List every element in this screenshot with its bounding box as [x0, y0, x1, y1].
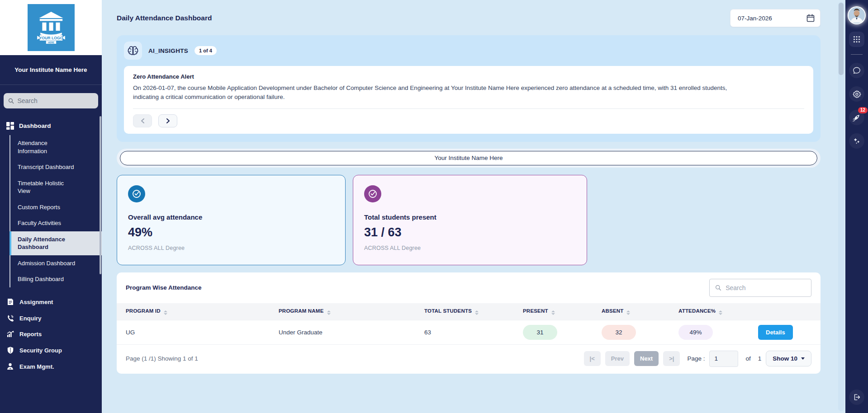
main-scrollbar[interactable] — [838, 2, 844, 411]
insight-prev-button[interactable] — [133, 114, 152, 127]
sidebar-item-admission-dashboard[interactable]: Admission Dashboard — [9, 255, 102, 272]
rocket-button[interactable]: 12 — [849, 110, 864, 125]
sidebar-item-faculty-activities[interactable]: Faculty Activities — [9, 215, 102, 231]
main-area: Daily Attendance Dashboard 07-Jan-2026 — [102, 0, 845, 413]
logout-icon — [853, 393, 861, 401]
right-toolbar: 12 — [845, 0, 868, 413]
sidebar-bottom-nav: Assignment Enquiry Reports Security Grou… — [0, 294, 102, 375]
left-sidebar: YOUR LOGO HERE Your Institute Name Here … — [0, 0, 102, 413]
ai-insights-panel: AI_INSIGHTS 1 of 4 Zero Attendance Alert… — [117, 35, 821, 142]
page-size-select[interactable]: Show 10 — [766, 351, 811, 366]
dashboard-grid-icon — [6, 122, 14, 130]
chevron-down-icon — [801, 357, 805, 360]
sidebar-item-timetable-holistic-view[interactable]: Timetable Holistic View — [9, 175, 102, 199]
sidebar-search-input[interactable] — [17, 97, 94, 104]
submenu-label: Admission Dashboard — [18, 259, 76, 268]
cell-program-name: Under Graduate — [270, 320, 415, 344]
prev-page-button[interactable]: Prev — [605, 351, 630, 366]
submenu-label: Attendance Information — [18, 139, 76, 155]
page-number-input[interactable] — [709, 351, 738, 367]
stat-cards-row: Overall avg attendance 49% ACROSS ALL De… — [117, 175, 821, 265]
sidebar-item-label: Reports — [19, 331, 42, 338]
ai-assist-button[interactable] — [849, 133, 864, 149]
sidebar-item-dashboard[interactable]: Dashboard — [0, 108, 102, 135]
sidebar-item-daily-attendance-dashboard[interactable]: Daily Attendance Dashboard — [9, 231, 102, 255]
sidebar-item-assignment[interactable]: Assignment — [0, 294, 102, 310]
dashboard-submenu: Attendance Information Transcript Dashbo… — [9, 135, 102, 287]
sidebar-item-billing-dashboard[interactable]: Billing Dashboard — [9, 271, 102, 287]
cell-total-students: 63 — [415, 320, 514, 344]
sidebar-item-security-group[interactable]: Security Group — [0, 342, 102, 358]
sidebar-item-enquiry[interactable]: Enquiry — [0, 310, 102, 326]
sidebar-search[interactable] — [4, 93, 98, 108]
sidebar-item-transcript-dashboard[interactable]: Transcript Dashboard — [9, 159, 102, 175]
institute-name: Your Institute Name Here — [0, 55, 102, 85]
column-header-present[interactable]: PRESENT — [514, 303, 593, 320]
settings-button[interactable] — [849, 86, 864, 102]
divider — [133, 108, 804, 109]
sort-icon — [551, 310, 555, 315]
column-label: ABSENT — [602, 308, 623, 314]
check-circle-icon — [364, 185, 381, 202]
sidebar-scrollbar[interactable] — [100, 116, 101, 274]
search-icon — [715, 284, 721, 291]
enquiry-icon — [6, 314, 14, 322]
stat-subtitle: ACROSS ALL Degree — [364, 245, 576, 251]
attendance-badge: 49% — [678, 325, 713, 340]
chat-button[interactable] — [849, 63, 864, 78]
ai-insights-title: AI_INSIGHTS — [148, 47, 188, 54]
sidebar-item-exam-mgmt[interactable]: Exam Mgmt. — [0, 358, 102, 375]
last-page-button[interactable]: >| — [663, 351, 680, 366]
logout-button[interactable] — [849, 390, 864, 405]
attendance-table: PROGRAM ID PROGRAM NAME TOTAL STUDENTS P… — [117, 303, 821, 344]
column-header-absent[interactable]: ABSENT — [593, 303, 669, 320]
date-picker[interactable]: 07-Jan-2026 — [730, 9, 821, 27]
of-label: of — [745, 355, 750, 362]
column-header-program-id[interactable]: PROGRAM ID — [117, 303, 270, 320]
first-page-button[interactable]: |< — [584, 351, 601, 366]
alert-body: On 2026-01-07, the course Mobile Applica… — [133, 84, 741, 102]
ai-insights-header: AI_INSIGHTS 1 of 4 — [124, 42, 813, 60]
total-pages: 1 — [758, 355, 762, 362]
column-header-total-students[interactable]: TOTAL STUDENTS — [415, 303, 514, 320]
column-label: PROGRAM NAME — [279, 308, 324, 314]
divider — [851, 54, 863, 55]
absent-badge: 32 — [602, 325, 636, 340]
calendar-icon — [806, 14, 815, 22]
logo-text-line2: HERE — [48, 41, 55, 44]
sidebar-item-label: Exam Mgmt. — [19, 363, 54, 370]
column-header-attendance-pct[interactable]: ATTEDANCE% — [669, 303, 749, 320]
table-search[interactable] — [709, 279, 811, 297]
sidebar-item-custom-reports[interactable]: Custom Reports — [9, 199, 102, 216]
stat-subtitle: ACROSS ALL Degree — [128, 245, 334, 251]
apps-grid-button[interactable] — [849, 32, 864, 47]
sort-icon — [327, 310, 331, 315]
gear-icon — [853, 90, 861, 99]
logo-container: YOUR LOGO HERE — [0, 0, 102, 55]
user-avatar[interactable] — [849, 7, 865, 23]
next-page-button[interactable]: Next — [634, 351, 659, 366]
submenu-label: Daily Attendance Dashboard — [18, 235, 76, 251]
sidebar-item-attendance-information[interactable]: Attendance Information — [9, 135, 102, 159]
table-search-input[interactable] — [726, 284, 806, 291]
assignment-icon — [6, 298, 14, 305]
column-header-program-name[interactable]: PROGRAM NAME — [270, 303, 415, 320]
apps-grid-icon — [853, 36, 860, 43]
page-label: Page : — [687, 355, 705, 362]
details-button[interactable]: Details — [758, 325, 793, 340]
sidebar-item-label: Enquiry — [19, 315, 41, 322]
check-circle-icon — [128, 185, 145, 202]
insight-next-button[interactable] — [158, 114, 177, 127]
search-icon — [8, 98, 14, 104]
page-size-label: Show 10 — [773, 355, 797, 362]
institute-banner-wrap: Your Institute Name Here — [117, 149, 821, 168]
stat-title: Overall avg attendance — [128, 213, 334, 221]
submenu-label: Timetable Holistic View — [18, 179, 76, 195]
scrollbar-thumb[interactable] — [839, 3, 844, 75]
page-title: Daily Attendance Dashboard — [117, 14, 212, 22]
program-wise-attendance-card: Program Wise Attendance PROGRAM ID — [117, 272, 821, 374]
stat-value: 31 / 63 — [364, 225, 576, 239]
institute-logo[interactable]: YOUR LOGO HERE — [28, 4, 75, 51]
exam-mgmt-icon — [6, 363, 14, 370]
sidebar-item-reports[interactable]: Reports — [0, 326, 102, 342]
